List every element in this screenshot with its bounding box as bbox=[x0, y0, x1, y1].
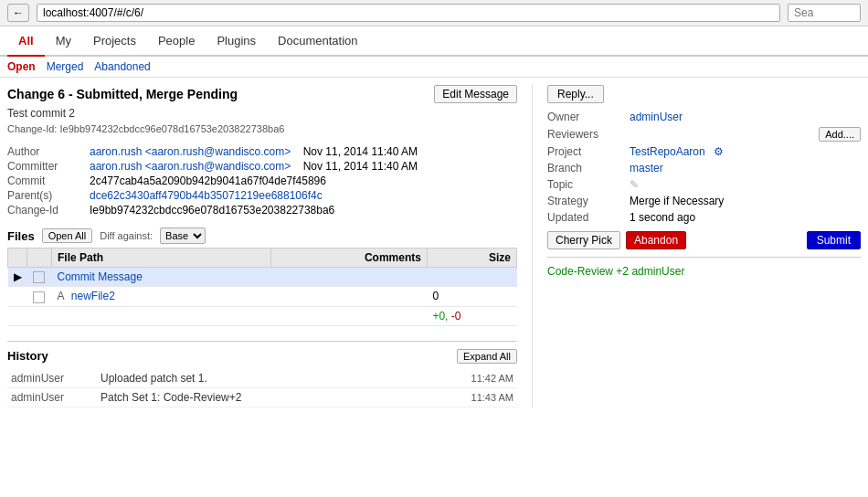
row-expand2 bbox=[8, 287, 27, 306]
commit-message: Test commit 2 bbox=[7, 107, 517, 120]
parents-row: Parent(s) dce62c3430aff4790b44b35071219e… bbox=[7, 189, 517, 202]
history-title: History bbox=[7, 349, 48, 363]
right-column: Reply... Owner adminUser Reviewers Add..… bbox=[532, 85, 861, 407]
diff-plus: +0, bbox=[432, 310, 448, 323]
table-row: ▶ Commit Message bbox=[8, 268, 517, 287]
row-checkbox[interactable] bbox=[27, 268, 52, 287]
files-title: Files bbox=[7, 229, 35, 243]
change-id-row: Change-Id Ie9bb974232cbdcc96e078d16753e2… bbox=[7, 204, 517, 217]
sub-nav-merged[interactable]: Merged bbox=[47, 60, 84, 73]
history-msg-2: Patch Set 1: Code-Review+2 bbox=[101, 391, 464, 404]
owner-link[interactable]: adminUser bbox=[630, 111, 683, 123]
add-reviewer-button[interactable]: Add.... bbox=[819, 127, 861, 142]
left-column: Change 6 - Submitted, Merge Pending Edit… bbox=[7, 85, 532, 407]
parents-value: dce62c3430aff4790b44b35071219ee688106f4c bbox=[90, 189, 323, 202]
nav-plugins[interactable]: Plugins bbox=[206, 26, 267, 55]
edit-icon[interactable]: ✎ bbox=[630, 178, 639, 191]
commit-hash-row: Commit 2c477cab4a5a2090b942b9041a67f04de… bbox=[7, 174, 517, 187]
cherry-pick-button[interactable]: Cherry Pick bbox=[547, 231, 620, 249]
row-size bbox=[427, 268, 516, 287]
branch-label: Branch bbox=[547, 162, 630, 174]
code-review-line: Code-Review +2 adminUser bbox=[547, 265, 861, 278]
url-input[interactable] bbox=[37, 4, 780, 22]
strategy-value: Merge if Necessary bbox=[630, 195, 724, 207]
owner-row: Owner adminUser bbox=[547, 111, 861, 123]
diff-against-label: Diff against: bbox=[100, 230, 153, 241]
nav-all[interactable]: All bbox=[7, 26, 45, 57]
row-comments bbox=[271, 268, 428, 287]
project-link[interactable]: TestRepoAaron bbox=[630, 145, 705, 158]
sub-nav-open[interactable]: Open bbox=[7, 60, 36, 73]
commit-change-id-label: Change-Id bbox=[7, 204, 90, 217]
commit-change-id-value: Ie9bb974232cbdcc96e078d16753e203822738ba… bbox=[90, 204, 334, 217]
history-msg-1: Uploaded patch set 1. bbox=[101, 372, 464, 385]
committer-label: Committer bbox=[7, 160, 90, 173]
main-content: Change 6 - Submitted, Merge Pending Edit… bbox=[0, 78, 868, 415]
parent-link[interactable]: dce62c3430aff4790b44b35071219ee688106f4c bbox=[90, 189, 323, 202]
row-comments2 bbox=[271, 287, 428, 306]
updated-row: Updated 1 second ago bbox=[547, 211, 861, 224]
topic-value: ✎ bbox=[630, 178, 639, 191]
reply-button[interactable]: Reply... bbox=[547, 85, 604, 103]
history-header: History Expand All bbox=[7, 349, 517, 364]
diff-stat: +0, -0 bbox=[427, 306, 516, 325]
history-user-2: adminUser bbox=[11, 391, 93, 404]
row-expand[interactable]: ▶ bbox=[8, 268, 27, 287]
commit-label: Commit bbox=[7, 174, 90, 187]
col-size: Size bbox=[427, 248, 516, 268]
reviewers-label: Reviewers bbox=[547, 128, 630, 141]
author-label: Author bbox=[7, 145, 90, 158]
owner-value: adminUser bbox=[630, 111, 683, 123]
list-item: adminUser Patch Set 1: Code-Review+2 11:… bbox=[7, 388, 517, 407]
committer-row: Committer aaron.rush <aaron.rush@wandisc… bbox=[7, 160, 517, 173]
author-row: Author aaron.rush <aaron.rush@wandisco.c… bbox=[7, 145, 517, 158]
row-filepath2[interactable]: A newFile2 bbox=[52, 287, 271, 306]
committer-value: aaron.rush <aaron.rush@wandisco.com> Nov… bbox=[90, 160, 418, 173]
gear-icon[interactable]: ⚙ bbox=[714, 145, 724, 158]
topic-label: Topic bbox=[547, 178, 630, 191]
author-link[interactable]: aaron.rush <aaron.rush@wandisco.com> bbox=[90, 145, 291, 158]
edit-message-button[interactable]: Edit Message bbox=[434, 85, 517, 103]
action-buttons: Cherry Pick Abandon Submit bbox=[547, 231, 861, 249]
change-header: Change 6 - Submitted, Merge Pending Edit… bbox=[7, 85, 517, 103]
diff-select[interactable]: Base bbox=[160, 227, 206, 244]
branch-value: master bbox=[630, 162, 663, 174]
nav-my[interactable]: My bbox=[45, 26, 82, 55]
col-expand bbox=[8, 248, 27, 268]
row-filepath[interactable]: Commit Message bbox=[52, 268, 271, 287]
file-name: newFile2 bbox=[71, 290, 115, 302]
parents-label: Parent(s) bbox=[7, 189, 90, 202]
author-date: Nov 11, 2014 11:40 AM bbox=[303, 145, 418, 158]
submit-button[interactable]: Submit bbox=[807, 231, 861, 249]
change-title: Change 6 - Submitted, Merge Pending bbox=[7, 87, 238, 101]
diff-minus: -0 bbox=[451, 310, 461, 323]
project-label: Project bbox=[547, 145, 630, 158]
col-comments: Comments bbox=[271, 248, 428, 268]
author-value: aaron.rush <aaron.rush@wandisco.com> Nov… bbox=[90, 145, 418, 158]
sub-nav-abandoned[interactable]: Abandoned bbox=[94, 60, 150, 73]
open-all-button[interactable]: Open All bbox=[42, 228, 93, 243]
expand-all-button[interactable]: Expand All bbox=[457, 349, 517, 364]
row-size2: 0 bbox=[427, 287, 516, 306]
nav-people[interactable]: People bbox=[147, 26, 206, 55]
table-row: A newFile2 0 bbox=[8, 287, 517, 306]
nav-projects[interactable]: Projects bbox=[82, 26, 147, 55]
history-time-1: 11:42 AM bbox=[471, 373, 513, 384]
nav-documentation[interactable]: Documentation bbox=[267, 26, 368, 55]
branch-link[interactable]: master bbox=[630, 162, 663, 174]
history-user-1: adminUser bbox=[11, 372, 93, 385]
files-header: Files Open All Diff against: Base bbox=[7, 227, 517, 244]
back-button[interactable]: ← bbox=[7, 4, 29, 22]
owner-label: Owner bbox=[547, 111, 630, 123]
main-nav: All My Projects People Plugins Documenta… bbox=[0, 26, 868, 57]
search-input[interactable] bbox=[788, 4, 861, 22]
history-section: History Expand All adminUser Uploaded pa… bbox=[7, 341, 517, 407]
strategy-label: Strategy bbox=[547, 195, 630, 207]
committer-date: Nov 11, 2014 11:40 AM bbox=[303, 160, 418, 173]
abandon-button[interactable]: Abandon bbox=[626, 231, 686, 249]
top-bar: ← bbox=[0, 0, 868, 26]
code-review-text: Code-Review +2 adminUser bbox=[547, 265, 684, 278]
committer-link[interactable]: aaron.rush <aaron.rush@wandisco.com> bbox=[90, 160, 291, 173]
row-checkbox2[interactable] bbox=[27, 287, 52, 306]
commit-details: Author aaron.rush <aaron.rush@wandisco.c… bbox=[7, 145, 517, 217]
